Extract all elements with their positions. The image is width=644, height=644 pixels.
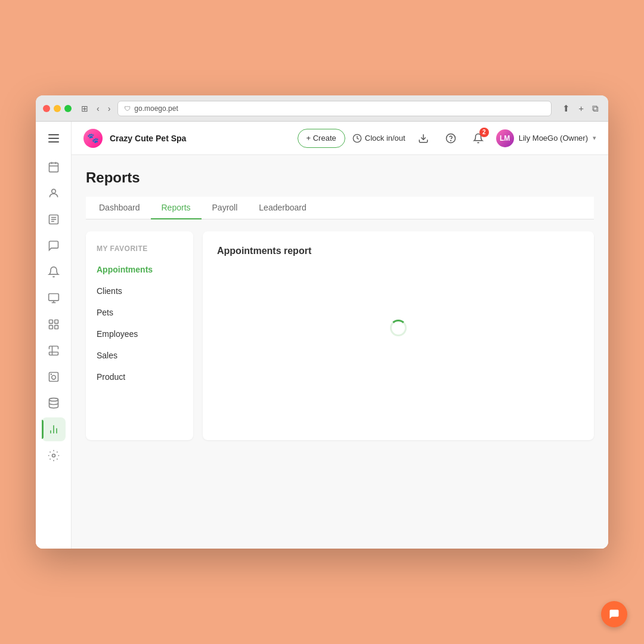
svg-point-22 <box>49 398 58 401</box>
back-button[interactable]: ‹ <box>94 103 102 114</box>
svg-rect-16 <box>54 320 58 324</box>
user-menu[interactable]: LM Lily MoeGo (Owner) ▾ <box>496 129 596 147</box>
svg-point-20 <box>51 376 55 380</box>
reports-nav-sales[interactable]: Sales <box>86 345 193 366</box>
reports-nav-appointments[interactable]: Appointments <box>86 259 193 280</box>
reports-nav-pets[interactable]: Pets <box>86 302 193 323</box>
sidebar-item-clients[interactable] <box>42 181 66 205</box>
page-title: Reports <box>86 169 594 186</box>
clock-icon <box>352 134 362 143</box>
main-area: 🐾 Crazy Cute Pet Spa + Create Clock in/o… <box>72 122 608 549</box>
svg-point-7 <box>51 189 55 193</box>
sidebar-item-records[interactable] <box>42 208 66 231</box>
svg-rect-12 <box>48 294 58 301</box>
svg-rect-15 <box>49 320 52 324</box>
clock-label: Clock in/out <box>365 134 405 143</box>
tab-payroll[interactable]: Payroll <box>202 197 249 219</box>
svg-point-26 <box>52 454 55 457</box>
share-button[interactable]: ⬆ <box>560 102 572 115</box>
create-button[interactable]: + Create <box>298 129 345 148</box>
address-bar[interactable]: 🛡 go.moego.pet <box>117 101 552 116</box>
reports-nav-product[interactable]: Product <box>86 366 193 388</box>
download-icon <box>418 133 429 144</box>
brand-logo: 🐾 <box>83 129 103 148</box>
help-button[interactable] <box>441 129 460 148</box>
sidebar-item-alerts[interactable] <box>42 260 66 284</box>
sidebar-item-vault[interactable] <box>42 391 66 415</box>
reports-nav-employees[interactable]: Employees <box>86 323 193 345</box>
sidebar-toggle-button[interactable]: ⊞ <box>79 103 91 114</box>
reports-main-title: Appointments report <box>217 246 580 256</box>
sidebar-item-settings[interactable] <box>42 444 66 467</box>
notifications-button[interactable]: 2 <box>469 129 488 148</box>
reports-section-label: My favorite <box>86 241 193 256</box>
clock-in-out-button[interactable]: Clock in/out <box>352 134 405 143</box>
svg-rect-19 <box>49 373 58 382</box>
maximize-button[interactable] <box>64 105 72 112</box>
tab-dashboard[interactable]: Dashboard <box>88 197 151 219</box>
svg-rect-1 <box>48 138 59 139</box>
chevron-down-icon: ▾ <box>593 134 596 142</box>
top-bar: 🐾 Crazy Cute Pet Spa + Create Clock in/o… <box>72 122 608 155</box>
support-chat-button[interactable] <box>601 601 627 627</box>
hamburger-menu-button[interactable] <box>42 128 66 149</box>
tab-overview-button[interactable]: ⧉ <box>590 102 601 115</box>
reports-nav-clients[interactable]: Clients <box>86 280 193 302</box>
security-icon: 🛡 <box>124 105 131 112</box>
chat-icon <box>608 608 620 620</box>
tab-reports[interactable]: Reports <box>151 197 202 219</box>
sidebar-item-staff[interactable] <box>42 312 66 336</box>
browser-chrome: ⊞ ‹ › 🛡 go.moego.pet ⬆ + ⧉ <box>36 95 608 122</box>
svg-rect-0 <box>48 134 59 135</box>
tabs-bar: Dashboard Reports Payroll Leaderboard <box>86 197 594 219</box>
tab-leaderboard[interactable]: Leaderboard <box>248 197 317 219</box>
browser-controls: ⊞ ‹ › <box>79 103 113 114</box>
app-content: 🐾 Crazy Cute Pet Spa + Create Clock in/o… <box>36 122 608 549</box>
page-content: Reports Dashboard Reports Payroll Leader… <box>72 155 608 549</box>
new-tab-button[interactable]: + <box>576 102 586 114</box>
svg-rect-18 <box>54 326 58 329</box>
help-icon <box>445 133 456 144</box>
close-button[interactable] <box>43 105 50 112</box>
user-avatar: LM <box>496 129 514 147</box>
svg-rect-3 <box>49 163 58 172</box>
svg-rect-17 <box>49 326 52 329</box>
sidebar-item-reports[interactable] <box>42 417 66 441</box>
traffic-lights <box>43 105 72 112</box>
download-button[interactable] <box>414 129 433 148</box>
reports-layout: My favorite Appointments Clients Pets Em… <box>86 231 594 440</box>
top-bar-actions: Clock in/out <box>352 129 596 148</box>
user-name: Lily MoeGo (Owner) <box>519 134 588 143</box>
minimize-button[interactable] <box>54 105 61 112</box>
browser-actions: ⬆ + ⧉ <box>560 102 601 115</box>
notification-badge: 2 <box>479 128 489 137</box>
sidebar-item-laundry[interactable] <box>42 365 66 389</box>
url-text: go.moego.pet <box>134 104 178 113</box>
sidebar-item-reviews[interactable] <box>42 339 66 363</box>
reports-navigation: My favorite Appointments Clients Pets Em… <box>86 231 193 440</box>
brand-name: Crazy Cute Pet Spa <box>110 134 186 143</box>
sidebar <box>36 122 72 549</box>
loading-spinner <box>390 320 407 336</box>
sidebar-item-pos[interactable] <box>42 286 66 310</box>
loading-container <box>217 268 580 388</box>
reports-main-panel: Appointments report <box>203 231 594 440</box>
sidebar-item-messages[interactable] <box>42 234 66 258</box>
forward-button[interactable]: › <box>106 103 113 114</box>
svg-rect-2 <box>48 141 59 143</box>
sidebar-item-calendar[interactable] <box>42 155 66 179</box>
